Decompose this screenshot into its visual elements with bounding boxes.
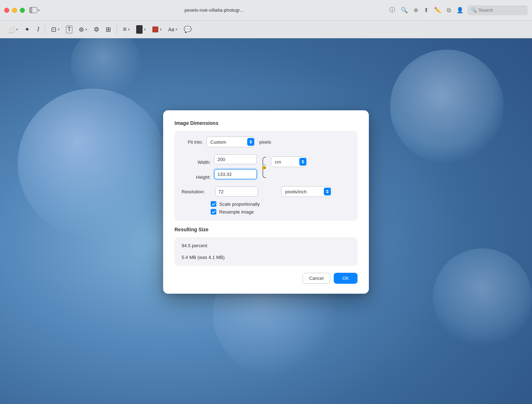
resulting-percent: 94.5 percent bbox=[182, 243, 350, 248]
lock-bracket: 🔒 bbox=[258, 154, 270, 178]
width-input[interactable] bbox=[214, 154, 257, 164]
width-label: Width: bbox=[182, 157, 211, 167]
svg-marker-4 bbox=[326, 190, 329, 191]
res-unit-select[interactable]: pixels/inch pixels/cm bbox=[281, 186, 331, 197]
unit-select-col: cm mm inches pixels bbox=[271, 154, 306, 167]
fit-into-row: Fit into: Custom Width & Height Width He… bbox=[182, 137, 350, 147]
resample-image-row: Resample image bbox=[211, 209, 350, 215]
dimensions-section: Width: Height: 🔒 bbox=[182, 154, 350, 182]
dim-labels: Width: Height: bbox=[182, 154, 211, 182]
dialog-overlay: Image Dimensions Fit into: Custom Width … bbox=[0, 0, 532, 404]
height-input[interactable] bbox=[214, 169, 257, 179]
res-unit-select-container: pixels/inch pixels/cm bbox=[281, 186, 331, 197]
fit-into-select-container: Custom Width & Height Width Height bbox=[206, 137, 254, 147]
resulting-size: 5.4 MB (was 4.1 MB) bbox=[182, 255, 350, 260]
resample-image-checkbox[interactable] bbox=[211, 209, 216, 215]
dialog-footer: Cancel OK bbox=[174, 273, 358, 284]
svg-marker-0 bbox=[249, 140, 252, 142]
image-dimensions-dialog: Image Dimensions Fit into: Custom Width … bbox=[163, 110, 369, 294]
lock-icon[interactable]: 🔒 bbox=[261, 164, 267, 169]
fit-into-label: Fit into: bbox=[182, 139, 203, 145]
scale-proportionally-checkbox[interactable] bbox=[211, 201, 216, 207]
res-unit-select-arrow bbox=[324, 188, 331, 195]
scale-proportionally-row: Scale proportionally bbox=[211, 201, 350, 207]
svg-marker-1 bbox=[249, 142, 252, 144]
unit-select-arrow bbox=[299, 158, 306, 166]
svg-marker-2 bbox=[301, 160, 304, 161]
dim-inputs bbox=[214, 154, 257, 179]
resulting-size-panel: 94.5 percent 5.4 MB (was 4.1 MB) bbox=[174, 237, 358, 266]
height-label: Height: bbox=[182, 172, 211, 182]
fit-unit-label: pixels bbox=[259, 139, 271, 145]
resolution-input[interactable] bbox=[215, 187, 258, 197]
svg-marker-5 bbox=[326, 192, 329, 193]
ok-button[interactable]: OK bbox=[334, 273, 358, 284]
svg-marker-3 bbox=[301, 162, 304, 164]
resolution-row: Resolution: pixels/inch pixels/cm bbox=[182, 186, 350, 197]
resample-image-label: Resample image bbox=[219, 209, 254, 215]
dialog-title: Image Dimensions bbox=[174, 120, 358, 126]
resulting-size-title: Resulting Size bbox=[174, 227, 358, 232]
unit-select-container: cm mm inches pixels bbox=[271, 156, 306, 167]
resolution-label: Resolution: bbox=[182, 189, 205, 194]
scale-proportionally-label: Scale proportionally bbox=[219, 201, 260, 207]
fit-into-select-arrow bbox=[247, 138, 254, 146]
dimensions-panel: Fit into: Custom Width & Height Width He… bbox=[174, 131, 358, 221]
cancel-button[interactable]: Cancel bbox=[303, 273, 330, 284]
